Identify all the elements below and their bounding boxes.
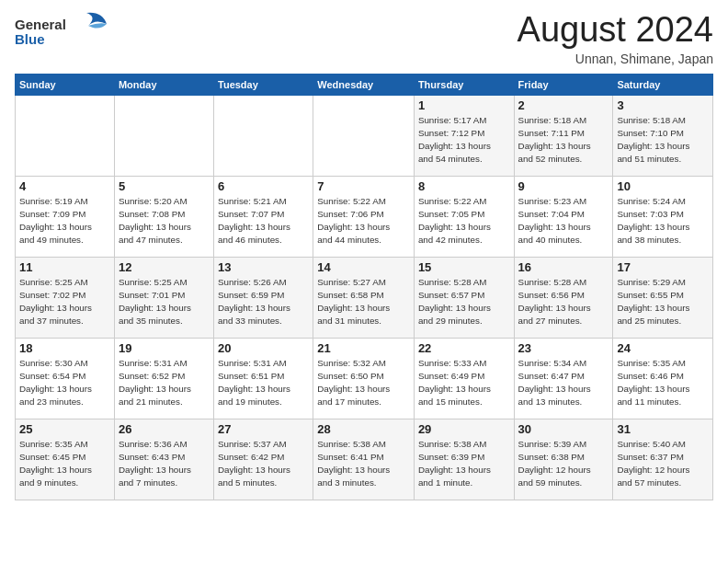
day-info: Sunrise: 5:38 AM Sunset: 6:41 PM Dayligh… (317, 438, 410, 490)
calendar-cell: 24Sunrise: 5:35 AM Sunset: 6:46 PM Dayli… (613, 338, 713, 419)
day-info: Sunrise: 5:33 AM Sunset: 6:49 PM Dayligh… (418, 357, 510, 409)
calendar-cell: 8Sunrise: 5:22 AM Sunset: 7:05 PM Daylig… (414, 176, 514, 257)
calendar-cell: 21Sunrise: 5:32 AM Sunset: 6:50 PM Dayli… (313, 338, 415, 419)
calendar-cell: 11Sunrise: 5:25 AM Sunset: 7:02 PM Dayli… (16, 257, 115, 338)
calendar-cell: 6Sunrise: 5:21 AM Sunset: 7:07 PM Daylig… (214, 176, 313, 257)
calendar-cell: 27Sunrise: 5:37 AM Sunset: 6:42 PM Dayli… (214, 419, 313, 500)
day-info: Sunrise: 5:30 AM Sunset: 6:54 PM Dayligh… (19, 357, 110, 409)
calendar-cell: 23Sunrise: 5:34 AM Sunset: 6:47 PM Dayli… (514, 338, 613, 419)
weekday-header-monday: Monday (114, 74, 213, 95)
calendar-cell (16, 95, 115, 176)
calendar-cell: 16Sunrise: 5:28 AM Sunset: 6:56 PM Dayli… (514, 257, 613, 338)
day-info: Sunrise: 5:39 AM Sunset: 6:38 PM Dayligh… (518, 438, 609, 490)
day-info: Sunrise: 5:24 AM Sunset: 7:03 PM Dayligh… (617, 195, 709, 247)
calendar-cell: 22Sunrise: 5:33 AM Sunset: 6:49 PM Dayli… (414, 338, 514, 419)
calendar-cell: 12Sunrise: 5:25 AM Sunset: 7:01 PM Dayli… (114, 257, 213, 338)
calendar-cell: 3Sunrise: 5:18 AM Sunset: 7:10 PM Daylig… (613, 95, 713, 176)
day-info: Sunrise: 5:22 AM Sunset: 7:05 PM Dayligh… (418, 195, 510, 247)
day-number: 15 (418, 260, 510, 274)
week-row-5: 25Sunrise: 5:35 AM Sunset: 6:45 PM Dayli… (16, 419, 713, 500)
day-number: 11 (19, 260, 110, 274)
day-info: Sunrise: 5:22 AM Sunset: 7:06 PM Dayligh… (317, 195, 410, 247)
day-info: Sunrise: 5:37 AM Sunset: 6:42 PM Dayligh… (218, 438, 309, 490)
day-info: Sunrise: 5:38 AM Sunset: 6:39 PM Dayligh… (418, 438, 510, 490)
weekday-header-tuesday: Tuesday (214, 74, 313, 95)
calendar-table: SundayMondayTuesdayWednesdayThursdayFrid… (15, 74, 713, 500)
day-number: 22 (418, 341, 510, 355)
calendar-cell: 18Sunrise: 5:30 AM Sunset: 6:54 PM Dayli… (16, 338, 115, 419)
week-row-3: 11Sunrise: 5:25 AM Sunset: 7:02 PM Dayli… (16, 257, 713, 338)
day-info: Sunrise: 5:25 AM Sunset: 7:02 PM Dayligh… (19, 276, 110, 328)
day-info: Sunrise: 5:40 AM Sunset: 6:37 PM Dayligh… (617, 438, 709, 490)
day-number: 3 (617, 98, 709, 112)
svg-text:Blue: Blue (15, 31, 45, 47)
day-number: 16 (518, 260, 609, 274)
day-info: Sunrise: 5:28 AM Sunset: 6:56 PM Dayligh… (518, 276, 609, 328)
weekday-header-wednesday: Wednesday (313, 74, 415, 95)
weekday-header-friday: Friday (514, 74, 613, 95)
day-number: 27 (218, 422, 309, 436)
weekday-header-sunday: Sunday (16, 74, 115, 95)
calendar-cell: 31Sunrise: 5:40 AM Sunset: 6:37 PM Dayli… (613, 419, 713, 500)
day-info: Sunrise: 5:34 AM Sunset: 6:47 PM Dayligh… (518, 357, 609, 409)
day-number: 18 (19, 341, 110, 355)
calendar-cell: 7Sunrise: 5:22 AM Sunset: 7:06 PM Daylig… (313, 176, 415, 257)
day-number: 28 (317, 422, 410, 436)
location: Unnan, Shimane, Japan (518, 52, 713, 66)
day-number: 23 (518, 341, 609, 355)
day-info: Sunrise: 5:36 AM Sunset: 6:43 PM Dayligh… (119, 438, 210, 490)
day-number: 19 (119, 341, 210, 355)
calendar-cell: 13Sunrise: 5:26 AM Sunset: 6:59 PM Dayli… (214, 257, 313, 338)
day-info: Sunrise: 5:35 AM Sunset: 6:45 PM Dayligh… (19, 438, 110, 490)
calendar-cell: 26Sunrise: 5:36 AM Sunset: 6:43 PM Dayli… (114, 419, 213, 500)
day-number: 4 (19, 179, 110, 193)
day-number: 14 (317, 260, 410, 274)
calendar-cell: 1Sunrise: 5:17 AM Sunset: 7:12 PM Daylig… (414, 95, 514, 176)
day-number: 17 (617, 260, 709, 274)
week-row-4: 18Sunrise: 5:30 AM Sunset: 6:54 PM Dayli… (16, 338, 713, 419)
weekday-header-thursday: Thursday (414, 74, 514, 95)
day-info: Sunrise: 5:25 AM Sunset: 7:01 PM Dayligh… (119, 276, 210, 328)
calendar-cell: 4Sunrise: 5:19 AM Sunset: 7:09 PM Daylig… (16, 176, 115, 257)
day-number: 2 (518, 98, 609, 112)
day-number: 26 (119, 422, 210, 436)
calendar-cell: 5Sunrise: 5:20 AM Sunset: 7:08 PM Daylig… (114, 176, 213, 257)
calendar-cell (313, 95, 415, 176)
calendar-cell: 19Sunrise: 5:31 AM Sunset: 6:52 PM Dayli… (114, 338, 213, 419)
day-number: 24 (617, 341, 709, 355)
logo-svg: General Blue (15, 11, 116, 52)
day-number: 1 (418, 98, 510, 112)
calendar-cell: 25Sunrise: 5:35 AM Sunset: 6:45 PM Dayli… (16, 419, 115, 500)
calendar-cell (214, 95, 313, 176)
day-info: Sunrise: 5:21 AM Sunset: 7:07 PM Dayligh… (218, 195, 309, 247)
logo: General Blue (15, 11, 116, 55)
day-info: Sunrise: 5:28 AM Sunset: 6:57 PM Dayligh… (418, 276, 510, 328)
day-info: Sunrise: 5:20 AM Sunset: 7:08 PM Dayligh… (119, 195, 210, 247)
day-info: Sunrise: 5:26 AM Sunset: 6:59 PM Dayligh… (218, 276, 309, 328)
day-number: 9 (518, 179, 609, 193)
calendar-cell: 20Sunrise: 5:31 AM Sunset: 6:51 PM Dayli… (214, 338, 313, 419)
svg-text:General: General (15, 17, 66, 32)
day-number: 6 (218, 179, 309, 193)
calendar-cell: 10Sunrise: 5:24 AM Sunset: 7:03 PM Dayli… (613, 176, 713, 257)
day-number: 10 (617, 179, 709, 193)
calendar-cell: 17Sunrise: 5:29 AM Sunset: 6:55 PM Dayli… (613, 257, 713, 338)
calendar-cell: 29Sunrise: 5:38 AM Sunset: 6:39 PM Dayli… (414, 419, 514, 500)
page-container: General Blue August 2024 Unnan, Shimane,… (0, 0, 728, 508)
day-info: Sunrise: 5:35 AM Sunset: 6:46 PM Dayligh… (617, 357, 709, 409)
day-number: 13 (218, 260, 309, 274)
day-info: Sunrise: 5:31 AM Sunset: 6:51 PM Dayligh… (218, 357, 309, 409)
day-info: Sunrise: 5:19 AM Sunset: 7:09 PM Dayligh… (19, 195, 110, 247)
day-info: Sunrise: 5:17 AM Sunset: 7:12 PM Dayligh… (418, 114, 510, 167)
day-number: 8 (418, 179, 510, 193)
calendar-cell: 14Sunrise: 5:27 AM Sunset: 6:58 PM Dayli… (313, 257, 415, 338)
day-info: Sunrise: 5:29 AM Sunset: 6:55 PM Dayligh… (617, 276, 709, 328)
day-info: Sunrise: 5:31 AM Sunset: 6:52 PM Dayligh… (119, 357, 210, 409)
weekday-header-saturday: Saturday (613, 74, 713, 95)
day-number: 5 (119, 179, 210, 193)
day-number: 20 (218, 341, 309, 355)
day-info: Sunrise: 5:27 AM Sunset: 6:58 PM Dayligh… (317, 276, 410, 328)
day-number: 7 (317, 179, 410, 193)
day-number: 12 (119, 260, 210, 274)
day-info: Sunrise: 5:32 AM Sunset: 6:50 PM Dayligh… (317, 357, 410, 409)
